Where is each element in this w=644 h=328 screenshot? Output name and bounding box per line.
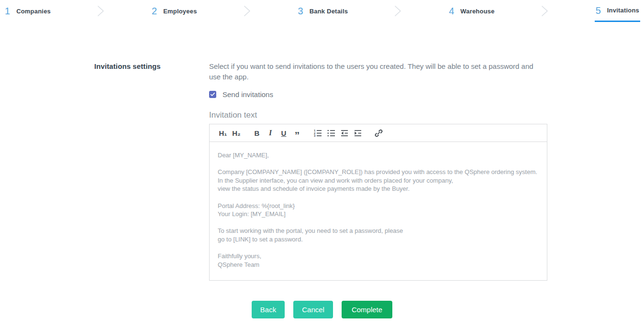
link-icon[interactable]	[373, 128, 384, 138]
editor-line: Your Login: [MY_EMAIL]	[218, 210, 539, 219]
wizard-actions: Back Cancel Complete	[0, 301, 644, 318]
send-invitations-checkbox[interactable]	[209, 91, 216, 98]
editor-line	[218, 219, 539, 227]
editor-line: Portal Address: %{root_link}	[218, 202, 539, 210]
blockquote-button[interactable]: ”	[292, 128, 302, 138]
editor-line: view the status and schedule of invoice …	[218, 185, 539, 193]
bold-button[interactable]: B	[252, 128, 262, 138]
svg-text:3: 3	[314, 134, 316, 137]
invitation-text-heading: Invitation text	[209, 110, 548, 120]
editor-line: go to [LINK] to set a password.	[218, 235, 539, 244]
step-invitations-active[interactable]: 5 Invitations	[595, 0, 640, 22]
heading1-button[interactable]: H₁	[218, 128, 228, 138]
step-label: Invitations	[607, 7, 639, 14]
step-warehouse[interactable]: 4 Warehouse	[448, 0, 496, 22]
outdent-icon[interactable]	[339, 128, 350, 138]
step-number: 3	[298, 6, 303, 16]
step-number: 1	[5, 6, 10, 16]
underline-button[interactable]: U	[278, 128, 289, 138]
unordered-list-icon[interactable]	[326, 128, 336, 138]
editor-line: Faithfully yours,	[218, 252, 539, 261]
editor-line: In the Supplier interface, you can view …	[218, 176, 539, 185]
chevron-right-icon	[244, 0, 252, 22]
step-number: 4	[449, 6, 454, 16]
step-number: 5	[596, 6, 601, 15]
heading2-button[interactable]: H₂	[231, 128, 242, 138]
section-title: Invitations settings	[94, 62, 209, 70]
step-label: Bank Details	[310, 8, 348, 15]
step-label: Warehouse	[460, 8, 494, 15]
chevron-right-icon	[97, 0, 105, 22]
invitation-text-editor: H₁ H₂ B I U ” 123	[209, 124, 547, 281]
checkmark-icon	[210, 92, 215, 97]
editor-line: To start working with the portal, you ne…	[218, 227, 539, 235]
editor-line	[218, 244, 539, 252]
step-bank-details[interactable]: 3 Bank Details	[297, 0, 349, 22]
editor-line: Dear [MY_NAME],	[218, 151, 539, 160]
editor-line: QSphere Team	[218, 261, 539, 269]
wizard-stepper: 1 Companies 2 Employees 3 Bank Details 4…	[0, 0, 644, 22]
section-description: Select if you want to send invitations t…	[209, 61, 540, 82]
chevron-right-icon	[541, 0, 549, 22]
chevron-right-icon	[394, 0, 402, 22]
editor-line	[218, 193, 539, 202]
indent-icon[interactable]	[353, 128, 363, 138]
invitation-text-content[interactable]: Dear [MY_NAME], Company [COMPANY_NAME] (…	[210, 142, 547, 280]
editor-toolbar: H₁ H₂ B I U ” 123	[210, 124, 547, 142]
step-label: Employees	[163, 8, 197, 15]
italic-button[interactable]: I	[265, 128, 276, 138]
send-invitations-row: Send invitations	[209, 90, 548, 98]
step-number: 2	[152, 6, 157, 16]
editor-line	[218, 160, 539, 168]
cancel-button[interactable]: Cancel	[293, 301, 333, 318]
invitations-settings-section: Invitations settings Select if you want …	[0, 62, 644, 281]
step-employees[interactable]: 2 Employees	[151, 0, 198, 22]
ordered-list-icon[interactable]: 123	[312, 128, 323, 138]
step-label: Companies	[16, 8, 51, 15]
complete-button[interactable]: Complete	[342, 301, 392, 318]
back-button[interactable]: Back	[252, 301, 285, 318]
step-companies[interactable]: 1 Companies	[4, 0, 52, 22]
editor-line: Company [COMPANY_NAME] ([COMPANY_ROLE]) …	[218, 168, 539, 176]
send-invitations-label: Send invitations	[222, 90, 273, 98]
